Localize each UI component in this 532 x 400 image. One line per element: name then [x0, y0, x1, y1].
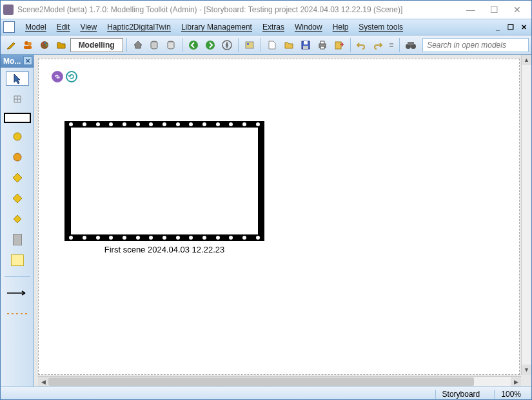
canvas-refresh-icon[interactable]	[66, 71, 77, 82]
users-icon[interactable]	[20, 37, 35, 53]
menu-library[interactable]: Library Management	[176, 20, 257, 34]
svg-point-0	[25, 41, 28, 45]
maximize-button[interactable]: ☐	[482, 2, 506, 17]
canvas[interactable]: First scene 2024.04.03 12.22.23	[38, 59, 520, 375]
tool-palette: Mo... ✕	[1, 55, 34, 386]
scroll-down-icon[interactable]: ▼	[522, 365, 531, 375]
canvas-link-icon[interactable]	[52, 71, 63, 82]
svg-point-6	[45, 44, 47, 46]
binoculars-icon[interactable]	[403, 37, 419, 53]
mdi-close-button[interactable]: ✕	[518, 23, 529, 32]
svg-point-5	[44, 42, 46, 44]
compass-icon[interactable]	[219, 37, 235, 53]
svg-rect-23	[408, 42, 414, 45]
titlebar: Scene2Model (beta) 1.7.0: Modelling Tool…	[1, 1, 531, 19]
svg-point-24	[14, 133, 21, 140]
svg-rect-13	[247, 43, 249, 45]
app-icon	[3, 5, 14, 15]
rectangle-tool[interactable]	[4, 113, 31, 123]
palette-close-icon[interactable]: ✕	[23, 56, 32, 65]
print-icon[interactable]	[315, 37, 330, 53]
menu-extras[interactable]: Extras	[257, 20, 290, 34]
yellow-rect-tool[interactable]	[6, 253, 29, 267]
svg-rect-2	[24, 46, 32, 49]
export-icon[interactable]	[331, 37, 347, 53]
open-folder-icon[interactable]	[281, 37, 297, 53]
canvas-area: First scene 2024.04.03 12.22.23 ▲ ▼ ◀ ▶	[34, 55, 531, 386]
close-button[interactable]: ✕	[506, 2, 529, 17]
pointer-tool[interactable]	[6, 71, 29, 86]
svg-point-10	[206, 41, 215, 50]
svg-point-25	[14, 153, 21, 161]
palette-tab-label: Mo...	[3, 57, 21, 66]
model-view-icon[interactable]	[242, 37, 257, 53]
svg-rect-16	[303, 46, 308, 49]
mdi-restore-button[interactable]: ❐	[506, 23, 516, 32]
menubar: Model Edit View Haptic2DigitalTwin Libra…	[1, 19, 531, 35]
grid-tool[interactable]	[6, 92, 29, 106]
menu-edit[interactable]: Edit	[52, 20, 75, 34]
mode-label[interactable]: Modelling	[70, 38, 123, 52]
svg-rect-19	[320, 46, 324, 49]
diamond-tool-2[interactable]	[6, 191, 29, 205]
toolbar: Modelling	[1, 35, 531, 55]
new-file-icon[interactable]	[264, 37, 280, 53]
scroll-left-icon[interactable]: ◀	[38, 377, 48, 386]
statusbar: Storyboard 100%	[1, 386, 531, 400]
circle-orange-tool[interactable]	[6, 150, 29, 164]
svg-rect-15	[304, 41, 308, 44]
scroll-right-icon[interactable]: ▶	[511, 377, 521, 386]
status-model-type: Storyboard	[435, 390, 487, 399]
menubar-app-icon[interactable]	[3, 21, 15, 33]
svg-point-4	[41, 43, 43, 44]
database-alt-icon[interactable]	[163, 37, 179, 53]
folder-icon[interactable]	[54, 37, 69, 53]
menu-window[interactable]: Window	[290, 20, 328, 34]
edit-tool-icon[interactable]	[3, 37, 19, 53]
save-icon[interactable]	[298, 37, 313, 53]
circle-yellow-tool[interactable]	[6, 129, 29, 144]
horizontal-scrollbar[interactable]: ◀ ▶	[38, 376, 521, 386]
svg-rect-18	[320, 41, 324, 44]
menu-view[interactable]: View	[75, 20, 102, 34]
scroll-thumb[interactable]	[48, 377, 474, 386]
nav-forward-icon[interactable]	[202, 37, 218, 53]
menu-system-tools[interactable]: System tools	[353, 20, 408, 34]
diamond-tool-1[interactable]	[6, 171, 29, 185]
undo-icon[interactable]	[354, 37, 369, 53]
palette-tab[interactable]: Mo... ✕	[1, 55, 34, 68]
scene-element[interactable]: First scene 2024.04.03 12.22.23	[64, 121, 264, 254]
minimize-button[interactable]: —	[459, 2, 482, 17]
grey-rect-tool[interactable]	[6, 233, 29, 247]
svg-rect-20	[335, 42, 341, 49]
home-icon[interactable]	[130, 37, 146, 53]
database-icon[interactable]	[147, 37, 163, 53]
scroll-up-icon[interactable]: ▲	[522, 55, 531, 65]
svg-rect-12	[246, 42, 253, 48]
menu-model[interactable]: Model	[20, 20, 52, 34]
mdi-minimize-button[interactable]: _	[493, 23, 503, 32]
nav-back-icon[interactable]	[186, 37, 201, 53]
search-input[interactable]	[422, 38, 529, 52]
palette-icon[interactable]	[37, 37, 52, 53]
status-zoom[interactable]: 100%	[494, 390, 527, 399]
arrow-tool[interactable]	[6, 286, 29, 300]
undo-history-icon[interactable]	[387, 37, 396, 53]
redo-icon[interactable]	[370, 37, 386, 53]
window-title: Scene2Model (beta) 1.7.0: Modelling Tool…	[17, 5, 459, 14]
scene-caption: First scene 2024.04.03 12.22.23	[64, 245, 264, 254]
dotted-line-tool[interactable]	[6, 307, 29, 321]
svg-point-9	[189, 41, 198, 50]
diamond-tool-3[interactable]	[6, 212, 29, 226]
menu-help[interactable]: Help	[328, 20, 354, 34]
svg-point-1	[28, 42, 32, 46]
vertical-scrollbar[interactable]: ▲ ▼	[521, 55, 531, 375]
menu-haptic[interactable]: Haptic2DigitalTwin	[102, 20, 176, 34]
